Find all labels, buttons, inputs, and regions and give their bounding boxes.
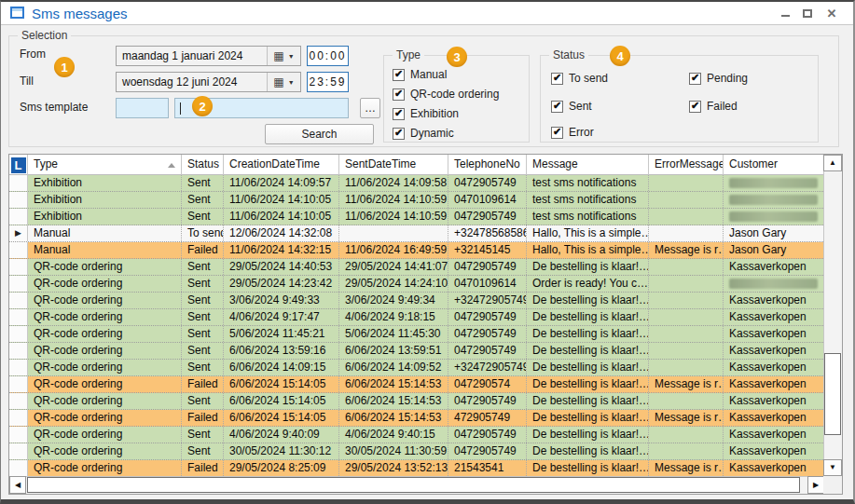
from-date-field[interactable]: maandag 1 januari 2024 ▦ ▼: [116, 46, 301, 66]
checkbox-box[interactable]: ✔: [551, 101, 563, 113]
column-header-phone[interactable]: TelephoneNo: [448, 155, 527, 175]
cell-type: Exhibition: [28, 175, 182, 191]
cell-creation-datetime: 11/06/2024 14:10:05: [224, 209, 339, 225]
cell-type: QR-code ordering: [28, 393, 182, 409]
scroll-right-button[interactable]: ▶: [807, 476, 824, 494]
table-row[interactable]: QR-code ordering Sent 6/06/2024 15:14:05…: [9, 393, 825, 410]
row-indicator-cell: [9, 175, 28, 191]
checkbox-manual[interactable]: ✔Manual: [393, 68, 447, 81]
column-header-customer[interactable]: Customer: [724, 155, 825, 175]
row-indicator-cell: [9, 259, 28, 275]
table-row[interactable]: QR-code ordering Sent 5/06/2024 11:45:21…: [9, 326, 825, 343]
row-indicator-cell: [9, 192, 28, 208]
table-row[interactable]: Exhibition Sent 11/06/2024 14:09:57 11/0…: [9, 175, 825, 192]
checkbox-box[interactable]: ✔: [689, 73, 701, 85]
scroll-left-button[interactable]: ◀: [9, 476, 26, 494]
checkbox-error[interactable]: ✔Error: [551, 126, 594, 139]
horizontal-scroll-thumb[interactable]: [27, 477, 800, 493]
cell-creation-datetime: 6/06/2024 15:14:05: [224, 410, 339, 426]
cell-sent-datetime: 29/05/2024 14:41:07: [339, 259, 448, 275]
column-header-status[interactable]: Status: [182, 155, 224, 175]
template-code-input[interactable]: [116, 98, 169, 118]
row-indicator-cell: [9, 427, 28, 443]
column-header-error[interactable]: ErrorMessage: [649, 155, 724, 175]
horizontal-scrollbar[interactable]: ◀ ▶: [9, 476, 825, 494]
cell-error-message: [649, 393, 724, 409]
checkbox-failed[interactable]: ✔Failed: [689, 100, 738, 113]
annotation-badge-4: 4: [610, 46, 630, 66]
cell-error-message: [649, 326, 724, 342]
table-row[interactable]: Exhibition Sent 11/06/2024 14:10:05 11/0…: [9, 192, 825, 209]
row-indicator-cell: ▶: [9, 225, 28, 241]
vertical-scroll-thumb[interactable]: [824, 353, 841, 435]
scroll-up-button[interactable]: ▲: [823, 155, 842, 171]
column-header-type[interactable]: Type: [28, 155, 182, 175]
table-row[interactable]: QR-code ordering Sent 29/05/2024 14:23:4…: [9, 276, 825, 293]
row-indicator-cell: [9, 293, 28, 308]
table-row[interactable]: QR-code ordering Sent 6/06/2024 14:09:15…: [9, 360, 825, 376]
till-date-field[interactable]: woensdag 12 juni 2024 ▦ ▼: [116, 72, 301, 92]
cell-message: De bestelling is klaar!…: [527, 376, 649, 392]
column-header-sent[interactable]: SentDateTime: [339, 155, 448, 175]
cell-status: Sent: [182, 309, 224, 325]
checkbox-dynamic[interactable]: ✔Dynamic: [393, 127, 454, 140]
maximize-button[interactable]: [799, 5, 816, 21]
cell-telephone-no: 047290574: [448, 376, 527, 392]
row-indicator-header[interactable]: L: [9, 155, 28, 175]
table-row[interactable]: QR-code ordering Sent 6/06/2024 13:59:16…: [9, 343, 825, 360]
chevron-down-icon: ▼: [288, 53, 295, 60]
cell-message: De bestelling is klaar!…: [527, 343, 649, 359]
table-row[interactable]: QR-code ordering Sent 29/05/2024 14:40:5…: [9, 259, 825, 276]
checkbox-sent[interactable]: ✔Sent: [551, 100, 592, 113]
table-row[interactable]: QR-code ordering Failed 6/06/2024 15:14:…: [9, 410, 825, 427]
arrow-down-icon: ▼: [829, 464, 836, 471]
checkbox-to-send[interactable]: ✔To send: [551, 72, 608, 85]
cell-type: Exhibition: [28, 209, 182, 225]
scroll-down-button[interactable]: ▼: [823, 459, 842, 476]
minimize-button[interactable]: [777, 5, 793, 21]
checkbox-qr-code-ordering[interactable]: ✔QR-code ordering: [393, 88, 499, 101]
from-time-field[interactable]: 00:00: [307, 46, 349, 66]
template-browse-button[interactable]: …: [360, 98, 380, 118]
cell-sent-datetime: 11/06/2024 16:49:59: [339, 242, 448, 258]
cell-error-message: [649, 259, 724, 275]
cell-message: Hallo, This is a simple…: [527, 242, 649, 258]
table-row[interactable]: QR-code ordering Failed 6/06/2024 15:14:…: [9, 376, 825, 393]
cell-type: QR-code ordering: [28, 259, 182, 275]
checkbox-box[interactable]: ✔: [393, 69, 405, 81]
table-row[interactable]: Exhibition Sent 11/06/2024 14:10:05 11/0…: [9, 209, 825, 225]
cell-type: QR-code ordering: [28, 443, 182, 459]
cell-telephone-no: +32472905749: [448, 360, 527, 375]
cell-creation-datetime: 6/06/2024 15:14:05: [224, 376, 339, 392]
check-icon: ✔: [553, 101, 561, 111]
checkbox-box[interactable]: ✔: [393, 89, 405, 101]
search-button[interactable]: Search: [265, 124, 374, 144]
checkbox-box[interactable]: ✔: [393, 128, 405, 140]
checkbox-box[interactable]: ✔: [551, 127, 563, 139]
checkbox-box[interactable]: ✔: [393, 108, 405, 120]
cell-type: QR-code ordering: [28, 326, 182, 342]
till-date-dropdown-button[interactable]: ▦ ▼: [267, 73, 300, 91]
cell-telephone-no: 0472905749: [448, 427, 527, 443]
till-time-field[interactable]: 23:59: [307, 72, 349, 92]
table-row[interactable]: QR-code ordering Sent 30/05/2024 11:30:1…: [9, 443, 825, 460]
table-row[interactable]: QR-code ordering Sent 4/06/2024 9:40:09 …: [9, 427, 825, 443]
checkbox-pending[interactable]: ✔Pending: [689, 72, 748, 85]
close-button[interactable]: ✕: [823, 5, 840, 21]
from-date-dropdown-button[interactable]: ▦ ▼: [267, 47, 300, 65]
column-header-creation[interactable]: CreationDateTime: [224, 155, 339, 175]
cell-sent-datetime: 3/06/2024 9:49:34: [339, 293, 448, 308]
table-row[interactable]: QR-code ordering Sent 3/06/2024 9:49:33 …: [9, 293, 825, 309]
checkbox-exhibition[interactable]: ✔Exhibition: [393, 107, 459, 120]
cell-customer: Jason Gary: [724, 242, 825, 258]
checkbox-box[interactable]: ✔: [689, 101, 701, 113]
table-row[interactable]: QR-code ordering Sent 4/06/2024 9:17:47 …: [9, 309, 825, 326]
checkbox-box[interactable]: ✔: [551, 73, 563, 85]
table-row[interactable]: ▶ Manual To send 12/06/2024 14:32:08 +32…: [9, 225, 825, 242]
cell-sent-datetime: 29/05/2024 14:24:10: [339, 276, 448, 292]
cell-creation-datetime: 6/06/2024 13:59:16: [224, 343, 339, 359]
table-row[interactable]: Manual Failed 11/06/2024 14:32:15 11/06/…: [9, 242, 825, 259]
column-header-message[interactable]: Message: [527, 155, 649, 175]
table-row[interactable]: QR-code ordering Failed 29/05/2024 8:25:…: [9, 460, 825, 476]
vertical-scrollbar[interactable]: ▲ ▼: [823, 155, 842, 476]
